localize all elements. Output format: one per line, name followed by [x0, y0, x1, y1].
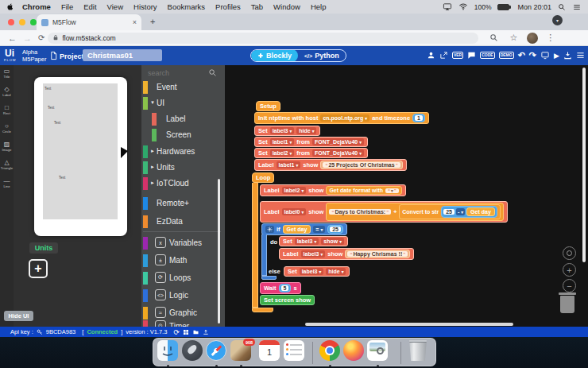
wait-seconds-value[interactable]: 5 [279, 284, 292, 292]
reload-icon[interactable]: ⟳ [38, 33, 44, 42]
grid-icon[interactable] [183, 329, 189, 335]
block-get-day[interactable]: Get day [466, 207, 495, 216]
number-value[interactable]: 25 [327, 225, 343, 234]
window-minimize-button[interactable] [19, 19, 25, 25]
menu-bookmarks[interactable]: Bookmarks [168, 2, 206, 11]
python-mode-button[interactable]: </> Python [298, 52, 346, 60]
menu-edit[interactable]: Edit [83, 2, 96, 11]
block-set-label2-font[interactable]: Set label2▾ from FONT_DejaVu40▾ [254, 148, 368, 158]
undo-icon[interactable]: ↶ [518, 50, 525, 60]
menu-help[interactable]: Help [311, 2, 327, 11]
tab-search-button[interactable]: ▾ [552, 15, 563, 25]
toolbox-category-ui-label[interactable]: Label [141, 112, 225, 126]
new-tab-button[interactable]: + [150, 17, 155, 26]
finder-icon[interactable] [157, 340, 178, 361]
toolbox-category-logic[interactable]: <>Logic [141, 289, 225, 303]
palette-item-line[interactable]: —Line [0, 177, 14, 188]
redo-icon[interactable]: ↷ [529, 50, 536, 60]
timezone-value[interactable]: 1 [412, 114, 425, 122]
text-field[interactable]: “Days to Christmas:” [329, 209, 391, 215]
project-doc-icon[interactable] [49, 51, 58, 60]
menu-view[interactable]: View [107, 2, 123, 11]
visibility-dropdown[interactable]: show▾ [321, 238, 344, 245]
center-workspace-button[interactable] [563, 246, 576, 260]
block-string-join[interactable]: “Days to Christmas:” + Convert to str 25… [326, 203, 503, 221]
forward-icon[interactable]: → [23, 33, 32, 43]
label-dropdown[interactable]: label2▾ [282, 187, 307, 194]
code-badge-icon[interactable]: CODE [480, 52, 494, 59]
browser-tab[interactable]: M5Flow × [37, 14, 141, 30]
calendar-icon[interactable]: 1 [259, 340, 280, 361]
toolbox-scrollbar[interactable] [218, 179, 220, 323]
label-dropdown[interactable]: label1▾ [270, 138, 295, 145]
label-dropdown[interactable]: label1▾ [277, 161, 301, 169]
block-setup[interactable]: Setup [256, 101, 280, 111]
block-set-label3-hide[interactable]: Set label3▾ hide▾ [254, 126, 320, 136]
preview-label[interactable]: Text [54, 121, 60, 125]
compare-operator-dropdown[interactable]: =▾ [313, 226, 325, 233]
toolbox-category-math[interactable]: ±Math [141, 254, 225, 268]
menu-list-icon[interactable] [576, 51, 585, 60]
label-dropdown[interactable]: label2▾ [270, 149, 295, 157]
chat-icon[interactable] [467, 51, 476, 60]
firefox-icon[interactable] [343, 340, 364, 361]
toolbox-category-event[interactable]: Event [141, 80, 225, 95]
zoom-icon[interactable] [489, 33, 498, 42]
tab-close-icon[interactable]: × [133, 18, 137, 26]
block-set-screen-show[interactable]: Set screen show [260, 295, 315, 305]
palette-item-label[interactable]: ◇Label [0, 86, 14, 97]
block-label2-show-date[interactable]: Label label2▾ show Get date format with … [260, 184, 406, 196]
toolbox-search-input[interactable] [148, 68, 210, 79]
run-icon[interactable]: ▶ [554, 52, 559, 60]
launchpad-icon[interactable] [182, 340, 203, 361]
date-format-field[interactable]: “▾” [385, 188, 399, 193]
menu-history[interactable]: History [133, 2, 157, 11]
block-loop[interactable]: Loop [252, 172, 274, 183]
refresh-icon[interactable]: ⟳ [173, 328, 180, 336]
hide-ui-button[interactable]: Hide UI [4, 311, 33, 321]
toolbox-category-ezdata[interactable]: EzData [141, 215, 225, 229]
toolbox-category-units[interactable]: ►Units [141, 161, 225, 175]
font-dropdown[interactable]: FONT_DejaVu40▾ [312, 138, 364, 145]
label-dropdown[interactable]: label3▾ [301, 250, 326, 258]
safari-icon[interactable] [206, 340, 226, 361]
mutator-gear-icon[interactable] [265, 226, 274, 233]
palette-item-image[interactable]: ▨Image [0, 141, 14, 152]
wifi-icon[interactable] [458, 2, 468, 11]
toolbox-category-variables[interactable]: xVariables [141, 236, 225, 250]
preview-label[interactable]: Text [59, 176, 65, 180]
omnibox[interactable]: flow.m5stack.com [48, 33, 478, 44]
string-value-block[interactable]: “Happy Chrismas !!” [345, 250, 410, 258]
download-icon[interactable] [563, 51, 572, 60]
preview-label[interactable]: Text [44, 87, 51, 91]
palette-item-title[interactable]: ▭Title [0, 68, 14, 79]
toolbox-category-loops[interactable]: ⟳Loops [141, 271, 225, 285]
visibility-dropdown[interactable]: hide▾ [326, 268, 346, 275]
blockly-mode-button[interactable]: Blockly [251, 49, 298, 62]
menu-window[interactable]: Window [273, 2, 300, 11]
host-dropdown[interactable]: cn.pool.ntp.org▾ [320, 114, 369, 122]
toolbox-category-remote[interactable]: Remote+ [141, 196, 225, 211]
block-get-date-format[interactable]: Get date format with “▾” [326, 186, 401, 195]
menu-profiles[interactable]: Profiles [215, 2, 241, 11]
visibility-dropdown[interactable]: hide▾ [296, 127, 316, 134]
reminders-icon[interactable] [284, 340, 304, 361]
block-convert-to-str[interactable]: Convert to str 25 -▾ Get day [399, 204, 501, 219]
demo-badge-icon[interactable]: DEMO [499, 52, 514, 59]
add-unit-button[interactable]: + [29, 259, 48, 278]
workspace-hscrollbar[interactable] [305, 323, 513, 326]
project-button[interactable]: Project [60, 52, 84, 60]
menu-file[interactable]: File [61, 2, 73, 11]
profile-avatar[interactable] [527, 33, 538, 44]
device-screen[interactable]: Text Text Text Text [43, 83, 118, 219]
trash-icon[interactable] [408, 340, 428, 361]
menubar-app-name[interactable]: Chrome [22, 2, 51, 11]
block-math-subtract[interactable]: 25 -▾ Get day [441, 206, 497, 218]
share-export-icon[interactable] [439, 51, 448, 60]
preview-label[interactable]: Text [48, 106, 54, 110]
window-close-button[interactable] [8, 19, 14, 25]
spotlight-icon[interactable] [558, 3, 566, 11]
folder-icon[interactable] [192, 329, 199, 335]
device-monitor-icon[interactable] [540, 51, 550, 60]
back-icon[interactable]: ← [8, 33, 17, 43]
